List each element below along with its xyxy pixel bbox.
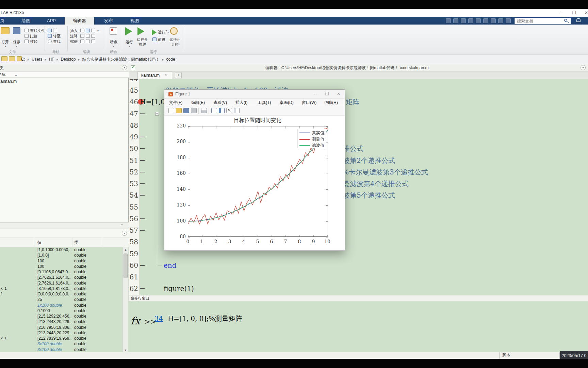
file-list-item[interactable]: kalman.m — [0, 79, 129, 85]
line-number[interactable]: 45 — [129, 85, 138, 96]
goto-button[interactable]: 转至 — [53, 34, 61, 39]
workspace-row[interactable]: 1[0,0,0;0,0,0;0,0,0....double — [0, 292, 122, 297]
compare-icon[interactable] — [24, 34, 29, 38]
find-button[interactable]: 查找 — [53, 39, 61, 44]
workspace-row[interactable]: 100double — [0, 259, 122, 264]
workspace-row[interactable]: 3x100 doubledouble — [0, 341, 122, 347]
comment-percent-icon[interactable] — [80, 34, 84, 38]
name-column-header[interactable]: 名称▲ — [0, 72, 129, 78]
notification-bell-icon[interactable] — [576, 18, 581, 22]
insert-button[interactable]: 插入 — [70, 28, 78, 33]
run-icon[interactable] — [125, 27, 132, 35]
save-caret[interactable]: ▾ — [15, 45, 19, 48]
uncomment-icon[interactable] — [86, 34, 90, 38]
workspace-row[interactable]: k_1[212.7839;19.959...double — [0, 336, 122, 341]
open-icon[interactable] — [1, 27, 10, 34]
figure-menu-帮助(H)[interactable]: 帮助(H) — [324, 100, 338, 106]
community-icon[interactable] — [506, 18, 511, 23]
figure-maximize-button[interactable]: ❐ — [324, 91, 330, 96]
class-column-header[interactable]: 类 — [74, 240, 79, 246]
window-minimize-button[interactable]: ─ — [558, 10, 566, 15]
editor-menu-icon[interactable]: ▾ — [581, 65, 586, 70]
line-number[interactable]: 48 — [129, 120, 138, 131]
figure-menu-插入(I)[interactable]: 插入(I) — [235, 100, 247, 106]
print-icon[interactable] — [24, 40, 29, 43]
run-time-button-line1[interactable]: 运行并 — [167, 37, 182, 42]
workspace-scrollbar[interactable]: ▲ ▼ — [122, 247, 128, 353]
figure-menu-编辑(E)[interactable]: 编辑(E) — [191, 100, 205, 106]
collapse-chevron-icon[interactable]: ⌃ — [120, 223, 123, 227]
wrap-comment-icon[interactable] — [91, 34, 95, 38]
figure-edit-plot-cursor-icon[interactable]: ↖ — [226, 108, 232, 113]
window-close-button[interactable]: ✕ — [583, 10, 588, 15]
run-section-icon[interactable] — [152, 29, 157, 35]
window-maximize-button[interactable]: ❐ — [570, 10, 578, 15]
save-icon[interactable] — [446, 18, 451, 23]
workspace-row[interactable]: 1x100 doubledouble — [0, 303, 122, 308]
find-files-icon[interactable] — [24, 29, 29, 32]
open-button[interactable]: 打开 — [0, 40, 11, 45]
workspace-row[interactable]: 25double — [0, 297, 122, 303]
figure-menu-桌面(D)[interactable]: 桌面(D) — [280, 100, 294, 106]
figure-new-figure-icon[interactable] — [168, 108, 174, 113]
plot-legend[interactable]: 真实值测量值滤波值 — [297, 129, 326, 148]
indent-right-icon[interactable] — [91, 40, 95, 43]
breakpoints-icon[interactable] — [110, 27, 117, 35]
find-files-button[interactable]: 查找文件 — [30, 28, 45, 33]
find-icon[interactable] — [48, 40, 52, 43]
save-icon[interactable] — [13, 27, 20, 34]
run-time-icon[interactable] — [170, 27, 178, 35]
figure-menu-工具(T)[interactable]: 工具(T) — [258, 100, 271, 106]
goto-icon[interactable] — [48, 34, 52, 38]
insert-caret[interactable]: ▾ — [97, 29, 99, 32]
line-number[interactable]: 62 — [129, 283, 138, 294]
command-prompt[interactable]: >> — [144, 318, 156, 326]
advance-button[interactable]: 前进 — [158, 37, 165, 42]
command-window-header[interactable]: 命令行窗口 — [129, 295, 588, 301]
workspace-row[interactable]: [215.1292;20.456...double — [0, 314, 122, 319]
workspace-row[interactable]: [213.2443;20.229...double — [0, 331, 122, 336]
line-number[interactable]: 56 — [129, 213, 138, 225]
workspace-row[interactable]: 0.1000double — [0, 308, 122, 314]
tab-kalman-m[interactable]: kalman.m — [137, 72, 172, 79]
line-number[interactable]: 55 — [129, 201, 138, 213]
scroll-down-icon[interactable]: ▼ — [123, 349, 128, 352]
run-advance-icon[interactable] — [137, 27, 144, 35]
tab-close-icon[interactable]: × — [165, 73, 167, 77]
insert-fx-icon[interactable] — [86, 29, 90, 32]
search-icon[interactable] — [564, 19, 567, 22]
line-number[interactable]: 44 — [129, 79, 138, 85]
ribbon-tab-编辑器[interactable]: 编辑器 — [65, 17, 94, 25]
paste-icon[interactable] — [468, 18, 473, 23]
line-number-link[interactable]: 34 — [154, 315, 167, 323]
workspace-row[interactable]: [213.2443;20.229...double — [0, 319, 122, 325]
breakpoints-button[interactable]: 断点 — [107, 40, 120, 45]
figure-dock-figure-icon[interactable] — [211, 108, 217, 113]
open-caret[interactable]: ▾ — [3, 45, 7, 48]
cut-icon[interactable] — [453, 18, 458, 23]
line-number[interactable]: 51 — [129, 155, 138, 166]
figure-open-file-icon[interactable] — [176, 108, 182, 113]
run-time-button-line2[interactable]: 计时 — [167, 42, 182, 47]
undo-icon[interactable] — [476, 18, 481, 23]
ribbon-tab-主页[interactable]: 主页 — [0, 17, 11, 25]
workspace-row[interactable]: [0.1105;0.0647;0....double — [0, 270, 122, 275]
figure-plot-browser-icon[interactable] — [219, 108, 225, 113]
figure-menu-文件(F)[interactable]: 文件(F) — [169, 100, 182, 106]
value-column-header[interactable]: 值 — [37, 240, 42, 246]
doc-search-input[interactable] — [514, 18, 571, 24]
workspace-menu-icon[interactable]: ▾ — [122, 231, 127, 236]
back-arrow-icon[interactable] — [48, 29, 52, 32]
ribbon-tab-视图[interactable]: 视图 — [122, 17, 147, 25]
workspace-row[interactable]: 100double — [0, 264, 122, 270]
help-icon[interactable] — [498, 18, 503, 23]
workspace-row[interactable]: [2.7626,1.6164,0....double — [0, 275, 122, 280]
breadcrumb-segment[interactable]: Desktop — [61, 57, 76, 62]
line-number[interactable]: 61 — [129, 271, 138, 283]
breakpoints-caret[interactable]: ▾ — [112, 45, 116, 48]
line-number[interactable]: 58 — [129, 236, 138, 248]
print-button[interactable]: 打印 — [30, 39, 37, 44]
details-panel-header[interactable]: 详细信息 — [0, 222, 129, 229]
ribbon-tab-APP[interactable]: APP — [39, 17, 64, 25]
indent-left-icon[interactable] — [86, 40, 90, 43]
